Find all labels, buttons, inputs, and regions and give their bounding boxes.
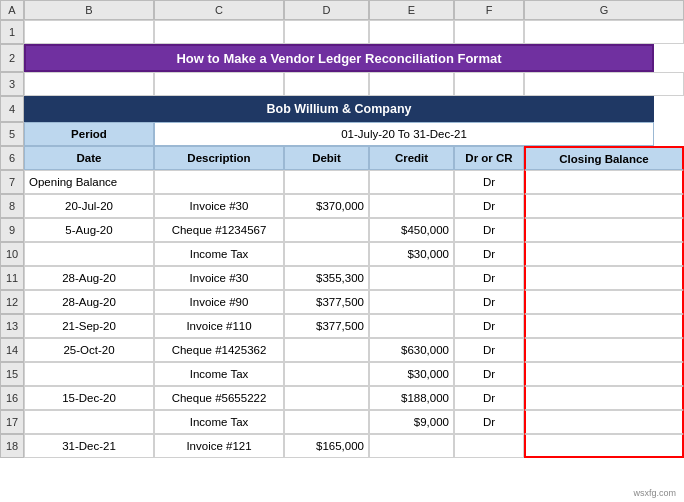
rownum-2: 2	[0, 44, 24, 72]
cell-1g	[524, 20, 684, 44]
cell-11-credit	[369, 266, 454, 290]
cell-7-desc	[154, 170, 284, 194]
cell-10-credit: $30,000	[369, 242, 454, 266]
rownum-18: 18	[0, 434, 24, 458]
header-dr-cr: Dr or CR	[454, 146, 524, 170]
cell-11-date: 28-Aug-20	[24, 266, 154, 290]
cell-15-date	[24, 362, 154, 386]
rownum-14: 14	[0, 338, 24, 362]
cell-7-closing	[524, 170, 684, 194]
company-cell: Bob Willium & Company	[24, 96, 654, 122]
cell-7-drcr: Dr	[454, 170, 524, 194]
header-date: Date	[24, 146, 154, 170]
cell-15-drcr: Dr	[454, 362, 524, 386]
cell-9-desc: Cheque #1234567	[154, 218, 284, 242]
cell-16-desc: Cheque #5655222	[154, 386, 284, 410]
cell-16-date: 15-Dec-20	[24, 386, 154, 410]
col-header-b: B	[24, 0, 154, 20]
row-2: 2 How to Make a Vendor Ledger Reconcilia…	[0, 44, 684, 72]
table-row: 16 15-Dec-20 Cheque #5655222 $188,000 Dr	[0, 386, 684, 410]
cell-1e	[369, 20, 454, 44]
watermark: wsxfg.com	[633, 488, 676, 498]
header-description: Description	[154, 146, 284, 170]
cell-14-debit	[284, 338, 369, 362]
cell-12-credit	[369, 290, 454, 314]
rownum-1: 1	[0, 20, 24, 44]
cell-13-debit: $377,500	[284, 314, 369, 338]
cell-8-drcr: Dr	[454, 194, 524, 218]
header-credit: Credit	[369, 146, 454, 170]
cell-8-desc: Invoice #30	[154, 194, 284, 218]
col-header-a: A	[0, 0, 24, 20]
rownum-15: 15	[0, 362, 24, 386]
col-header-d: D	[284, 0, 369, 20]
cell-1d	[284, 20, 369, 44]
table-row: 11 28-Aug-20 Invoice #30 $355,300 Dr	[0, 266, 684, 290]
cell-16-drcr: Dr	[454, 386, 524, 410]
period-value: 01-July-20 To 31-Dec-21	[154, 122, 654, 146]
rownum-11: 11	[0, 266, 24, 290]
cell-17-credit: $9,000	[369, 410, 454, 434]
cell-17-closing	[524, 410, 684, 434]
table-row: 10 Income Tax $30,000 Dr	[0, 242, 684, 266]
table-row: 13 21-Sep-20 Invoice #110 $377,500 Dr	[0, 314, 684, 338]
cell-3d	[284, 72, 369, 96]
cell-16-debit	[284, 386, 369, 410]
cell-8-date: 20-Jul-20	[24, 194, 154, 218]
cell-7-debit	[284, 170, 369, 194]
cell-11-drcr: Dr	[454, 266, 524, 290]
column-headers: A B C D E F G	[0, 0, 684, 20]
rownum-10: 10	[0, 242, 24, 266]
cell-1f	[454, 20, 524, 44]
cell-10-closing	[524, 242, 684, 266]
rownum-5: 5	[0, 122, 24, 146]
cell-18-desc: Invoice #121	[154, 434, 284, 458]
col-header-g: G	[524, 0, 684, 20]
cell-7-date: Opening Balance	[24, 170, 154, 194]
cell-10-drcr: Dr	[454, 242, 524, 266]
row-3: 3	[0, 72, 684, 96]
cell-15-closing	[524, 362, 684, 386]
rownum-7: 7	[0, 170, 24, 194]
table-row: 9 5-Aug-20 Cheque #1234567 $450,000 Dr	[0, 218, 684, 242]
table-row: 14 25-Oct-20 Cheque #1425362 $630,000 Dr	[0, 338, 684, 362]
cell-3e	[369, 72, 454, 96]
cell-17-desc: Income Tax	[154, 410, 284, 434]
cell-12-debit: $377,500	[284, 290, 369, 314]
rownum-16: 16	[0, 386, 24, 410]
period-label: Period	[24, 122, 154, 146]
col-header-c: C	[154, 0, 284, 20]
cell-8-credit	[369, 194, 454, 218]
cell-10-date	[24, 242, 154, 266]
cell-18-closing	[524, 434, 684, 458]
rownum-8: 8	[0, 194, 24, 218]
cell-12-date: 28-Aug-20	[24, 290, 154, 314]
cell-8-closing	[524, 194, 684, 218]
cell-18-credit	[369, 434, 454, 458]
table-row: 8 20-Jul-20 Invoice #30 $370,000 Dr	[0, 194, 684, 218]
title-cell: How to Make a Vendor Ledger Reconciliati…	[24, 44, 654, 72]
cell-12-closing	[524, 290, 684, 314]
rownum-17: 17	[0, 410, 24, 434]
table-row: 12 28-Aug-20 Invoice #90 $377,500 Dr	[0, 290, 684, 314]
table-row: 18 31-Dec-21 Invoice #121 $165,000	[0, 434, 684, 458]
cell-11-debit: $355,300	[284, 266, 369, 290]
cell-16-closing	[524, 386, 684, 410]
col-header-e: E	[369, 0, 454, 20]
cell-15-desc: Income Tax	[154, 362, 284, 386]
cell-9-date: 5-Aug-20	[24, 218, 154, 242]
rownum-3: 3	[0, 72, 24, 96]
cell-14-desc: Cheque #1425362	[154, 338, 284, 362]
cell-15-credit: $30,000	[369, 362, 454, 386]
cell-18-date: 31-Dec-21	[24, 434, 154, 458]
cell-9-debit	[284, 218, 369, 242]
table-row: 7 Opening Balance Dr	[0, 170, 684, 194]
cell-14-date: 25-Oct-20	[24, 338, 154, 362]
row-6: 6 Date Description Debit Credit Dr or CR…	[0, 146, 684, 170]
cell-13-closing	[524, 314, 684, 338]
rownum-6: 6	[0, 146, 24, 170]
cell-16-credit: $188,000	[369, 386, 454, 410]
cell-8-debit: $370,000	[284, 194, 369, 218]
rownum-9: 9	[0, 218, 24, 242]
cell-1b	[24, 20, 154, 44]
